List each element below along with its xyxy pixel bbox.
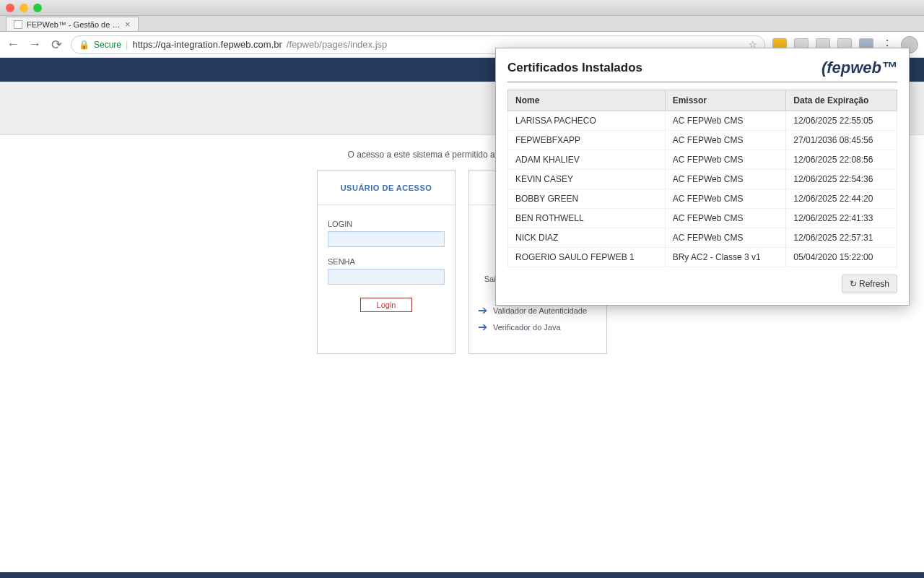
certificates-popup: Certificados Instalados (fepweb™ Nome Em… [495, 48, 910, 306]
cell-exp: 12/06/2025 22:08:56 [786, 150, 897, 170]
browser-tabstrip: FEPWeb™ - Gestão de Firmas × [0, 16, 924, 32]
cell-emissor: AC FEPWeb CMS [665, 131, 786, 150]
forward-button[interactable]: → [27, 37, 42, 52]
certificate-row[interactable]: NICK DIAZAC FEPWeb CMS12/06/2025 22:57:3… [508, 228, 897, 248]
col-emissor: Emissor [665, 90, 786, 111]
login-panel-title: USUÁRIO DE ACESSO [318, 171, 455, 205]
cell-exp: 12/06/2025 22:44:20 [786, 189, 897, 209]
cell-emissor: AC FEPWeb CMS [665, 189, 786, 209]
cell-nome: BOBBY GREEN [508, 189, 666, 209]
reload-button[interactable]: ⟳ [49, 37, 64, 53]
login-input[interactable] [328, 231, 445, 247]
cell-emissor: AC FEPWeb CMS [665, 228, 786, 248]
cell-emissor: AC FEPWeb CMS [665, 170, 786, 189]
login-label: LOGIN [328, 220, 445, 228]
fepweb-logo: (fepweb™ [821, 59, 897, 77]
mac-titlebar [0, 0, 924, 16]
arrow-right-icon: ➔ [478, 320, 487, 334]
link-verificador-java[interactable]: ➔ Verificador do Java [478, 320, 598, 334]
cell-nome: BEN ROTHWELL [508, 209, 666, 228]
cell-exp: 12/06/2025 22:57:31 [786, 228, 897, 248]
url-path: /fepweb/pages/index.jsp [287, 39, 387, 50]
traffic-light-minimize-icon[interactable] [19, 4, 28, 12]
tab-title: FEPWeb™ - Gestão de Firmas [27, 20, 121, 29]
url-host: https://qa-integration.fepweb.com.br [132, 39, 282, 50]
cell-exp: 12/06/2025 22:54:36 [786, 170, 897, 189]
app-footer-bar [0, 572, 924, 578]
refresh-button[interactable]: Refresh [842, 275, 897, 293]
certificate-row[interactable]: LARISSA PACHECOAC FEPWeb CMS12/06/2025 2… [508, 111, 897, 131]
certificate-row[interactable]: KEVIN CASEYAC FEPWeb CMS12/06/2025 22:54… [508, 170, 897, 189]
cell-exp: 12/06/2025 22:55:05 [786, 111, 897, 131]
cell-nome: FEPWEBFXAPP [508, 131, 666, 150]
cell-emissor: BRy AC2 - Classe 3 v1 [665, 248, 786, 267]
cell-exp: 05/04/2020 15:22:00 [786, 248, 897, 267]
certificate-row[interactable]: FEPWEBFXAPPAC FEPWeb CMS27/01/2036 08:45… [508, 131, 897, 150]
cell-nome: LARISSA PACHECO [508, 111, 666, 131]
cell-emissor: AC FEPWeb CMS [665, 209, 786, 228]
cell-exp: 12/06/2025 22:41:33 [786, 209, 897, 228]
login-button[interactable]: Login [360, 298, 412, 312]
senha-input[interactable] [328, 269, 445, 285]
certificate-row[interactable]: ROGERIO SAULO FEPWEB 1BRy AC2 - Classe 3… [508, 248, 897, 267]
cell-nome: NICK DIAZ [508, 228, 666, 248]
cell-emissor: AC FEPWeb CMS [665, 150, 786, 170]
cell-emissor: AC FEPWeb CMS [665, 111, 786, 131]
page-favicon-icon [14, 20, 22, 29]
popup-title: Certificados Instalados [507, 61, 642, 75]
certificates-table: Nome Emissor Data de Expiração LARISSA P… [507, 90, 897, 267]
login-panel: USUÁRIO DE ACESSO LOGIN SENHA Login [317, 170, 456, 354]
cell-nome: KEVIN CASEY [508, 170, 666, 189]
col-exp: Data de Expiração [786, 90, 897, 111]
link-verificador-label: Verificador do Java [493, 323, 561, 332]
link-validador-label: Validador de Autenticidade [493, 306, 587, 315]
col-nome: Nome [508, 90, 666, 111]
tab-close-icon[interactable]: × [125, 19, 131, 30]
cell-nome: ADAM KHALIEV [508, 150, 666, 170]
cell-nome: ROGERIO SAULO FEPWEB 1 [508, 248, 666, 267]
arrow-right-icon: ➔ [478, 303, 487, 317]
senha-label: SENHA [328, 257, 445, 266]
traffic-light-close-icon[interactable] [6, 4, 14, 12]
traffic-light-zoom-icon[interactable] [33, 4, 42, 12]
certificate-row[interactable]: ADAM KHALIEVAC FEPWeb CMS12/06/2025 22:0… [508, 150, 897, 170]
secure-label: Secure [94, 40, 121, 50]
back-button[interactable]: ← [6, 37, 20, 52]
certificate-row[interactable]: BOBBY GREENAC FEPWeb CMS12/06/2025 22:44… [508, 189, 897, 209]
cell-exp: 27/01/2036 08:45:56 [786, 131, 897, 150]
browser-tab[interactable]: FEPWeb™ - Gestão de Firmas × [6, 17, 139, 31]
certificate-row[interactable]: BEN ROTHWELLAC FEPWeb CMS12/06/2025 22:4… [508, 209, 897, 228]
lock-icon: 🔒 [79, 40, 90, 50]
